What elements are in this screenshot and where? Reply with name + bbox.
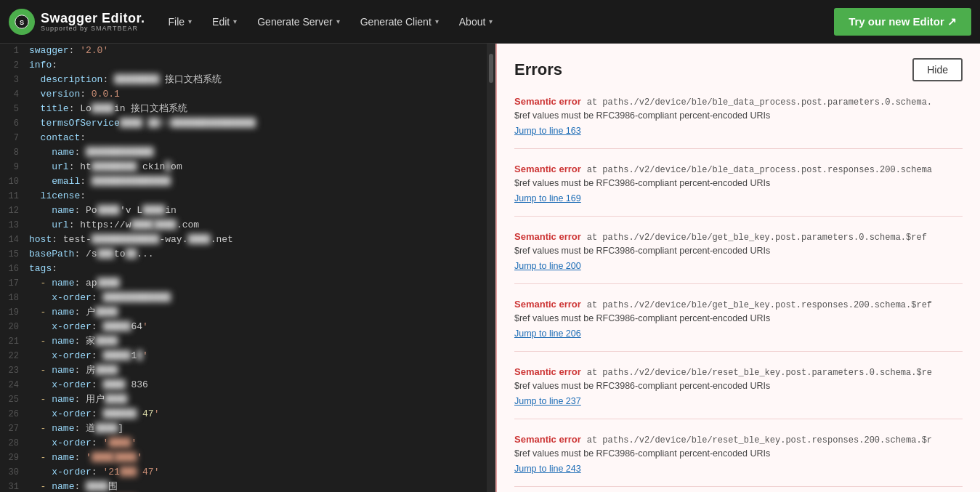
code-line: 15 basePath: /s███to██... — [0, 247, 487, 262]
jump-to-line-link[interactable]: Jump to line 163 — [514, 126, 581, 136]
code-line: 4 version: 0.0.1 — [0, 87, 487, 102]
logo-text: Swagger Editor. Supported by SMARTBEAR — [41, 11, 145, 32]
error-item: Semantic errorat paths./v2/device/ble/bl… — [514, 164, 963, 217]
chevron-down-icon: ▾ — [233, 17, 237, 25]
code-line: 11 license: — [0, 189, 487, 203]
error-item: Semantic errorat paths./v2/device/ble/ge… — [514, 299, 963, 352]
error-item: Semantic errorat paths./v2/device/ble/bl… — [514, 96, 963, 149]
errors-title: Errors — [514, 60, 562, 79]
error-item: Semantic errorat paths./v2/device/ble/re… — [514, 434, 963, 487]
error-path: at paths./v2/device/ble/get_ble_key.post… — [587, 300, 932, 310]
chevron-down-icon: ▾ — [188, 17, 192, 25]
code-line: 21 - name: 家████ — [0, 334, 487, 349]
code-line: 17 - name: ap████ — [0, 276, 487, 291]
error-badge: Semantic error — [514, 299, 581, 310]
jump-to-line-link[interactable]: Jump to line 169 — [514, 193, 581, 203]
code-line: 28 x-order: '████' — [0, 436, 487, 451]
nav-item-generate-client[interactable]: Generate Client ▾ — [352, 10, 448, 33]
svg-text:S: S — [20, 18, 24, 25]
error-path: at paths./v2/device/ble/ble_data_process… — [587, 97, 932, 108]
error-line-header: Semantic errorat paths./v2/device/ble/ge… — [514, 231, 963, 243]
navbar: S Swagger Editor. Supported by SMARTBEAR… — [0, 0, 980, 44]
error-line-header: Semantic errorat paths./v2/device/ble/ge… — [514, 299, 963, 310]
jump-to-line-link[interactable]: Jump to line 237 — [514, 396, 581, 406]
error-line-header: Semantic errorat paths./v2/device/ble/re… — [514, 366, 963, 378]
nav-item-generate-server[interactable]: Generate Server ▾ — [248, 10, 349, 33]
code-line: 10 email: ██████████████ — [0, 174, 487, 189]
error-message: $ref values must be RFC3986-compliant pe… — [514, 246, 963, 256]
code-line: 12 name: Po████'v L████in — [0, 203, 487, 218]
code-line: 7 contact: — [0, 131, 487, 145]
chevron-down-icon: ▾ — [435, 17, 439, 25]
scroll-thumb — [489, 54, 493, 83]
code-line: 30 x-order: '21███ 47' — [0, 465, 487, 480]
error-line-header: Semantic errorat paths./v2/device/ble/bl… — [514, 96, 963, 108]
error-item: Semantic errorat paths./v2/device/ble/ge… — [514, 231, 963, 284]
nav-item-file[interactable]: File ▾ — [160, 10, 201, 33]
error-line-header: Semantic errorat paths./v2/device/ble/re… — [514, 434, 963, 445]
code-line: 25 - name: 用户████ — [0, 392, 487, 407]
main-area: 1 swagger: '2.0' 2 info: 3 description: … — [0, 44, 980, 492]
code-line: 3 description: ████████ 接口文档系统 — [0, 73, 487, 87]
jump-to-line-link[interactable]: Jump to line 206 — [514, 328, 581, 339]
code-line: 26 x-order: ██████ 47' — [0, 407, 487, 422]
logo-area: S Swagger Editor. Supported by SMARTBEAR — [9, 9, 145, 35]
code-line: 19 - name: 户████ — [0, 305, 487, 320]
error-message: $ref values must be RFC3986-compliant pe… — [514, 313, 963, 323]
error-badge: Semantic error — [514, 366, 581, 377]
code-line: 14 host: test-████████████-way.████.net — [0, 233, 487, 247]
code-line: 13 url: https://w████████.com — [0, 218, 487, 233]
nav-item-about[interactable]: About ▾ — [450, 10, 502, 33]
error-line-header: Semantic errorat paths./v2/device/ble/bl… — [514, 164, 963, 175]
code-line: 24 x-order: ████ 836 — [0, 378, 487, 392]
error-message: $ref values must be RFC3986-compliant pe… — [514, 110, 963, 121]
editor-panel[interactable]: 1 swagger: '2.0' 2 info: 3 description: … — [0, 44, 487, 492]
try-new-editor-button[interactable]: Try our new Editor ↗ — [834, 8, 971, 36]
code-line: 23 - name: 房████ — [0, 363, 487, 378]
code-line: 1 swagger: '2.0' — [0, 44, 487, 58]
code-line: 31 - name: ████围 — [0, 480, 487, 492]
code-line: 18 x-order: ████████████ — [0, 291, 487, 305]
error-path: at paths./v2/device/ble/get_ble_key.post… — [587, 233, 927, 243]
swagger-logo-icon: S — [9, 9, 35, 35]
code-line: 9 url: ht████████ ckin█om — [0, 160, 487, 174]
error-path: at paths./v2/device/ble/ble_data_process… — [587, 165, 932, 175]
error-badge: Semantic error — [514, 434, 581, 445]
code-line: 22 x-order: █████1█' — [0, 349, 487, 363]
code-line: 2 info: — [0, 58, 487, 73]
error-badge: Semantic error — [514, 164, 581, 174]
error-message: $ref values must be RFC3986-compliant pe… — [514, 448, 963, 459]
chevron-down-icon: ▾ — [336, 17, 340, 25]
errors-header: Errors Hide — [514, 58, 963, 81]
code-line: 16 tags: — [0, 262, 487, 276]
error-message: $ref values must be RFC3986-compliant pe… — [514, 178, 963, 188]
code-line: 8 name: ████████████ — [0, 145, 487, 160]
error-path: at paths./v2/device/ble/reset_ble_key.po… — [587, 368, 932, 378]
code-line: 5 title: Lo████in 接口文档系统 — [0, 102, 487, 116]
jump-to-line-link[interactable]: Jump to line 200 — [514, 261, 581, 271]
error-badge: Semantic error — [514, 96, 581, 107]
errors-panel: Errors Hide Semantic errorat paths./v2/d… — [495, 44, 980, 492]
code-line: 27 - name: 道████] — [0, 422, 487, 436]
code-line: 20 x-order: █████64' — [0, 320, 487, 334]
nav-item-edit[interactable]: Edit ▾ — [203, 10, 246, 33]
jump-to-line-link[interactable]: Jump to line 243 — [514, 464, 581, 474]
error-path: at paths./v2/device/ble/reset_ble_key.po… — [587, 435, 932, 445]
errors-list: Semantic errorat paths./v2/device/ble/bl… — [514, 96, 963, 492]
editor-scrollbar[interactable] — [487, 44, 495, 492]
chevron-down-icon: ▾ — [489, 17, 493, 25]
error-item: Semantic errorat paths./v2/device/ble/re… — [514, 366, 963, 419]
error-message: $ref values must be RFC3986-compliant pe… — [514, 381, 963, 391]
hide-button[interactable]: Hide — [912, 58, 963, 81]
error-badge: Semantic error — [514, 231, 581, 242]
nav-menu: File ▾ Edit ▾ Generate Server ▾ Generate… — [160, 10, 835, 33]
code-line: 6 termsOfService████ ██tt███████████████ — [0, 116, 487, 131]
code-line: 29 - name: '████████' — [0, 451, 487, 465]
